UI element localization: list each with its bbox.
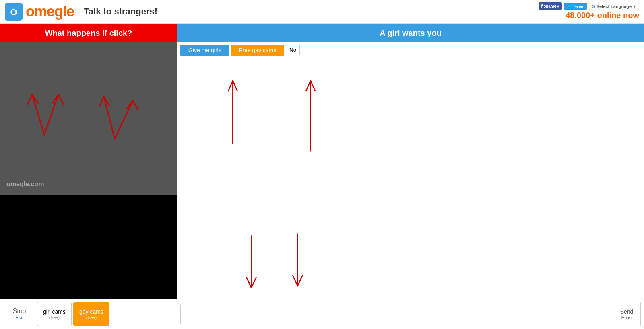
video-top-area: omegle.com [0,42,177,195]
omegle-logo-icon: O [5,3,23,21]
chat-arrows-svg [177,58,644,299]
online-count-label: online now [595,11,639,20]
free-gay-cams-button[interactable]: Free gay cams [231,45,285,56]
options-bar: Give me girls Free gay cams No [177,42,644,58]
ad-banner-text: What happens if click? [45,29,132,38]
svg-line-22 [251,278,256,288]
stop-esc-label: Esc [15,315,23,321]
google-icon: G [592,4,595,9]
twitter-icon: 🐦 [566,4,572,9]
arrows-top-svg [0,42,177,195]
svg-line-8 [104,97,115,139]
gay-cams-sub: (free) [86,315,97,320]
ad-banner[interactable]: What happens if click? [0,24,177,42]
watermark-main: omegle [6,181,29,187]
chat-area [177,58,644,299]
svg-line-19 [311,80,315,91]
svg-line-21 [246,278,251,288]
svg-line-10 [99,97,104,107]
tw-label: Tweet [573,4,585,9]
facebook-icon: f [541,3,543,9]
give-girls-button[interactable]: Give me girls [180,45,229,56]
facebook-share-button[interactable]: f SHARE [539,2,562,10]
svg-line-18 [306,80,311,91]
svg-line-24 [293,276,297,286]
chat-header: A girl wants you [177,24,644,42]
chat-bottom-bar: Send Enter [177,299,644,329]
girl-cams-sub: (free) [49,315,60,320]
twitter-tweet-button[interactable]: 🐦 Tweet [564,3,587,10]
girl-cams-label: girl cams [43,308,66,315]
send-button[interactable]: Send Enter [613,302,641,326]
girl-cams-button[interactable]: girl cams (free) [37,302,72,326]
gay-cams-button[interactable]: gay cams (free) [73,302,109,326]
gay-cams-label: gay cams [79,308,103,315]
svg-line-7 [58,95,64,105]
right-panel: A girl wants you Give me girls Free gay … [177,24,644,329]
tagline: Talk to strangers! [84,6,157,17]
svg-line-25 [297,276,302,286]
social-buttons: f SHARE 🐦 Tweet G Select Language ▼ [539,2,639,10]
stop-button[interactable]: Stop Esc [3,302,35,326]
fb-label: SHARE [544,4,559,9]
main: What happens if click? [0,24,644,329]
svg-line-15 [228,80,233,91]
svg-text:O: O [10,7,17,17]
logo-text: omegle [26,3,74,20]
stop-label: Stop [13,308,26,315]
chevron-down-icon: ▼ [633,4,636,8]
svg-line-9 [115,101,133,139]
online-count-number: 48,000+ [566,11,595,20]
header-right: f SHARE 🐦 Tweet G Select Language ▼ 48,0… [539,2,639,20]
chat-input[interactable] [180,304,609,324]
svg-line-16 [233,80,237,91]
svg-line-3 [44,95,58,135]
google-translate-button[interactable]: G Select Language ▼ [589,3,639,10]
bottom-bar: Stop Esc girl cams (free) gay cams (free… [0,299,177,329]
send-label: Send [620,308,634,315]
send-enter-label: Enter [621,315,632,320]
left-panel: What happens if click? [0,24,177,329]
no-button[interactable]: No [286,45,300,55]
video-bottom-area [0,195,177,299]
omegle-watermark: omegle.com [6,178,44,189]
chat-header-text: A girl wants you [380,29,442,38]
online-count: 48,000+ online now [566,11,639,20]
svg-line-4 [27,95,32,105]
logo-area: O omegle [5,3,74,21]
select-language-label: Select Language [597,4,632,9]
svg-line-13 [133,101,138,110]
svg-line-2 [32,95,44,135]
header: O omegle Talk to strangers! f SHARE 🐦 Tw… [0,0,644,24]
watermark-sub: .com [29,181,44,187]
